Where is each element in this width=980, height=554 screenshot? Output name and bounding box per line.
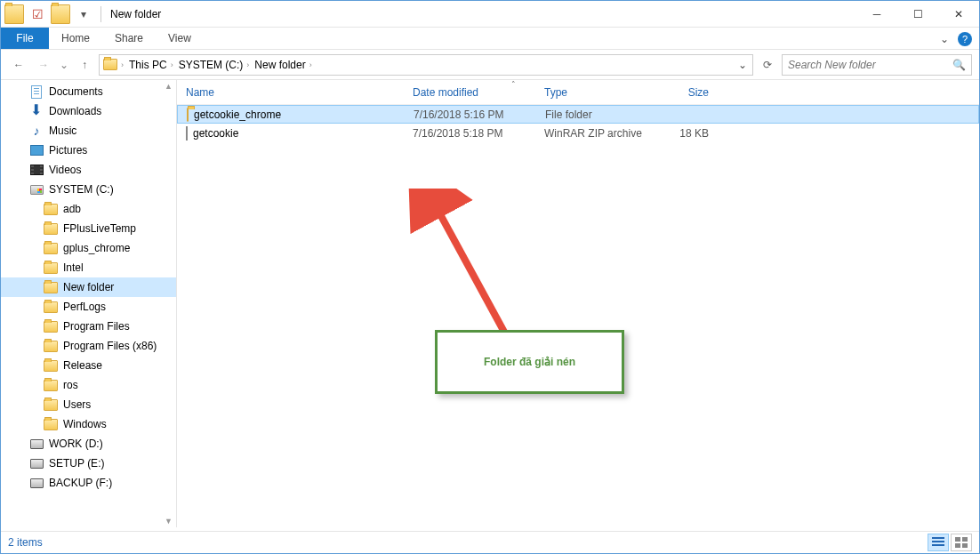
tree-item[interactable]: adb: [1, 199, 176, 219]
tree-item[interactable]: Program Files: [1, 317, 176, 336]
folder-icon: [44, 417, 58, 431]
tree-item-label: Music: [49, 124, 76, 137]
folder-icon: [44, 339, 58, 353]
tree-item[interactable]: gplus_chrome: [1, 238, 176, 258]
tree-item-label: BACKUP (F:): [49, 477, 112, 489]
folder-icon: [187, 108, 189, 121]
tree-item[interactable]: SETUP (E:): [1, 454, 176, 473]
qat-item[interactable]: [51, 4, 70, 24]
svg-rect-8: [962, 543, 968, 548]
tree-item[interactable]: Documents: [1, 82, 176, 101]
breadcrumb[interactable]: This PC: [129, 59, 167, 71]
tree-item[interactable]: SYSTEM (C:): [1, 180, 176, 199]
tree-item[interactable]: WORK (D:): [1, 434, 176, 454]
search-icon: 🔍: [952, 59, 966, 71]
tree-item[interactable]: PerfLogs: [1, 297, 176, 317]
drive-icon: [29, 456, 44, 470]
tree-item[interactable]: ⬇Downloads: [1, 101, 176, 121]
svg-rect-5: [955, 537, 960, 542]
tree-item[interactable]: Windows: [1, 414, 176, 434]
downloads-icon: ⬇: [29, 104, 44, 118]
file-list: ˄ Name Date modified Type Size getcookie…: [177, 80, 979, 527]
column-name[interactable]: Name: [177, 86, 404, 99]
tree-item-label: Windows: [63, 418, 107, 430]
up-button[interactable]: ↑: [74, 54, 95, 76]
tree-item[interactable]: FPlusLiveTemp: [1, 219, 176, 238]
tree-item[interactable]: ♪Music: [1, 121, 176, 141]
tree-item-label: PerfLogs: [63, 301, 106, 313]
view-details-button[interactable]: [928, 534, 949, 551]
refresh-button[interactable]: ⟳: [757, 54, 778, 76]
column-size[interactable]: Size: [647, 86, 718, 99]
titlebar: ☑ ▾ New folder ─ ☐ ✕: [1, 1, 979, 28]
tree-item-label: Release: [63, 359, 102, 372]
folder-icon: [44, 280, 58, 294]
recent-locations-button[interactable]: ⌄: [58, 54, 70, 76]
tree-item-label: Program Files: [63, 320, 130, 333]
maximize-button[interactable]: ☐: [897, 1, 938, 28]
file-date: 7/16/2018 5:18 PM: [404, 127, 535, 140]
qat-overflow[interactable]: ▾: [74, 4, 93, 24]
navigation-pane[interactable]: Documents⬇Downloads♪MusicPicturesVideosS…: [1, 80, 177, 527]
folder-icon: [44, 241, 58, 255]
folder-icon: [44, 300, 58, 314]
tree-item[interactable]: ros: [1, 375, 176, 395]
drive-icon: [29, 437, 44, 451]
annotation-text: Folder đã giải nén: [484, 356, 575, 368]
tree-item[interactable]: Program Files (x86): [1, 336, 176, 356]
column-headers[interactable]: ˄ Name Date modified Type Size: [177, 80, 979, 105]
forward-button[interactable]: →: [33, 54, 54, 76]
tree-item-label: Pictures: [49, 144, 87, 157]
folder-icon: [44, 202, 58, 216]
breadcrumb[interactable]: New folder: [254, 59, 305, 71]
file-name: getcookie_chrome: [194, 108, 281, 121]
window-title: New folder: [105, 8, 856, 20]
tree-item[interactable]: Intel: [1, 258, 176, 277]
tree-item-label: Intel: [63, 261, 84, 274]
back-button[interactable]: ←: [8, 54, 29, 76]
tab-share[interactable]: Share: [102, 28, 156, 49]
tree-item[interactable]: Release: [1, 356, 176, 375]
tab-view[interactable]: View: [156, 28, 204, 49]
view-large-icons-button[interactable]: [951, 534, 972, 551]
tree-item[interactable]: BACKUP (F:): [1, 473, 176, 493]
videos-icon: [29, 163, 44, 177]
file-row[interactable]: getcookie7/16/2018 5:18 PMWinRAR ZIP arc…: [177, 124, 979, 142]
svg-rect-7: [955, 543, 960, 548]
tree-item-label: Users: [63, 398, 91, 411]
svg-rect-6: [962, 537, 968, 542]
folder-icon: [44, 397, 58, 412]
folder-icon: [44, 358, 58, 373]
file-tab[interactable]: File: [1, 28, 49, 49]
drive-icon: [29, 476, 44, 490]
tree-item[interactable]: Users: [1, 395, 176, 414]
close-button[interactable]: ✕: [938, 1, 979, 28]
search-box[interactable]: 🔍: [782, 54, 972, 76]
search-input[interactable]: [788, 59, 947, 71]
annotation-arrow: [408, 189, 524, 344]
help-icon[interactable]: ?: [958, 32, 972, 46]
svg-rect-3: [932, 541, 944, 542]
file-row[interactable]: getcookie_chrome7/16/2018 5:16 PMFile fo…: [177, 105, 979, 124]
minimize-button[interactable]: ─: [856, 1, 897, 28]
tree-item[interactable]: New folder: [1, 277, 176, 297]
tree-item-label: WORK (D:): [49, 438, 103, 450]
navbar: ← → ⌄ ↑ › This PC› SYSTEM (C:)› New fold…: [1, 50, 979, 80]
statusbar: 2 items: [1, 531, 979, 553]
address-dropdown-icon[interactable]: ⌄: [735, 59, 751, 71]
ribbon-collapse-icon[interactable]: ⌄: [940, 33, 949, 45]
address-bar[interactable]: › This PC› SYSTEM (C:)› New folder› ⌄: [99, 54, 753, 76]
tree-item-label: SYSTEM (C:): [49, 183, 114, 196]
column-type[interactable]: Type: [535, 86, 647, 99]
tree-item[interactable]: Videos: [1, 160, 176, 180]
tree-item-label: Program Files (x86): [63, 340, 157, 352]
tree-item[interactable]: Pictures: [1, 141, 176, 160]
file-type: File folder: [536, 108, 647, 121]
qat-item[interactable]: ☑: [28, 4, 47, 24]
breadcrumb[interactable]: SYSTEM (C:): [179, 59, 244, 71]
drive-win-icon: [29, 182, 44, 197]
svg-rect-2: [932, 537, 944, 539]
music-icon: ♪: [29, 124, 44, 138]
tab-home[interactable]: Home: [49, 28, 102, 49]
tree-item-label: ros: [63, 379, 78, 391]
